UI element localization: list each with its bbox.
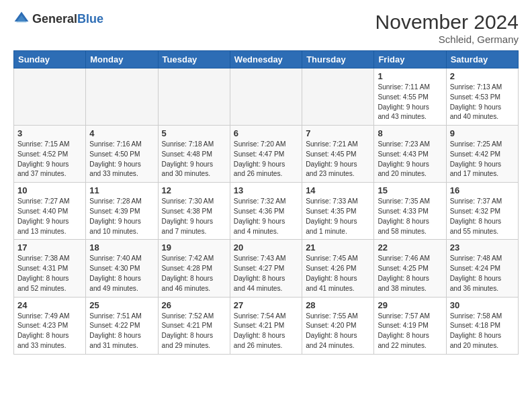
- day-info: Sunrise: 7:27 AM Sunset: 4:40 PM Dayligh…: [17, 197, 82, 236]
- logo: GeneralBlue: [13, 11, 103, 27]
- calendar-cell: 4Sunrise: 7:16 AM Sunset: 4:50 PM Daylig…: [86, 126, 158, 183]
- logo-text: GeneralBlue: [32, 12, 103, 26]
- day-info: Sunrise: 7:42 AM Sunset: 4:28 PM Dayligh…: [162, 254, 226, 293]
- day-number: 8: [378, 128, 442, 138]
- day-info: Sunrise: 7:43 AM Sunset: 4:27 PM Dayligh…: [234, 254, 298, 293]
- day-info: Sunrise: 7:45 AM Sunset: 4:26 PM Dayligh…: [306, 254, 370, 293]
- day-number: 5: [162, 128, 226, 138]
- calendar-cell: 26Sunrise: 7:52 AM Sunset: 4:21 PM Dayli…: [158, 297, 230, 354]
- location: Schleid, Germany: [375, 34, 519, 45]
- calendar-cell: 28Sunrise: 7:55 AM Sunset: 4:20 PM Dayli…: [302, 297, 374, 354]
- day-info: Sunrise: 7:52 AM Sunset: 4:21 PM Dayligh…: [162, 312, 226, 351]
- calendar-cell: [230, 68, 302, 126]
- calendar-week-0: 1Sunrise: 7:11 AM Sunset: 4:55 PM Daylig…: [14, 68, 519, 126]
- calendar-table: Sunday Monday Tuesday Wednesday Thursday…: [13, 50, 519, 355]
- day-number: 14: [306, 185, 370, 195]
- logo-blue: Blue: [77, 12, 103, 26]
- day-number: 15: [378, 185, 442, 195]
- calendar-cell: 27Sunrise: 7:54 AM Sunset: 4:21 PM Dayli…: [230, 297, 302, 354]
- days-of-week-row: Sunday Monday Tuesday Wednesday Thursday…: [14, 51, 519, 68]
- calendar-cell: 23Sunrise: 7:48 AM Sunset: 4:24 PM Dayli…: [446, 240, 518, 297]
- day-number: 7: [306, 128, 370, 138]
- day-number: 29: [378, 300, 442, 310]
- calendar-cell: [86, 68, 158, 126]
- day-number: 28: [306, 300, 370, 310]
- calendar-cell: 30Sunrise: 7:58 AM Sunset: 4:18 PM Dayli…: [446, 297, 518, 354]
- calendar-header: Sunday Monday Tuesday Wednesday Thursday…: [14, 51, 519, 68]
- day-info: Sunrise: 7:28 AM Sunset: 4:39 PM Dayligh…: [89, 197, 154, 236]
- calendar-cell: [302, 68, 374, 126]
- calendar-week-3: 17Sunrise: 7:38 AM Sunset: 4:31 PM Dayli…: [14, 240, 519, 297]
- day-info: Sunrise: 7:48 AM Sunset: 4:24 PM Dayligh…: [450, 254, 515, 293]
- day-info: Sunrise: 7:37 AM Sunset: 4:32 PM Dayligh…: [450, 197, 515, 236]
- calendar-cell: 5Sunrise: 7:18 AM Sunset: 4:48 PM Daylig…: [158, 126, 230, 183]
- logo-general: General: [32, 12, 77, 26]
- col-friday: Friday: [374, 51, 446, 68]
- day-info: Sunrise: 7:18 AM Sunset: 4:48 PM Dayligh…: [162, 140, 226, 179]
- col-tuesday: Tuesday: [158, 51, 230, 68]
- day-info: Sunrise: 7:51 AM Sunset: 4:22 PM Dayligh…: [89, 312, 154, 351]
- calendar-cell: 21Sunrise: 7:45 AM Sunset: 4:26 PM Dayli…: [302, 240, 374, 297]
- day-number: 27: [234, 300, 298, 310]
- day-number: 6: [234, 128, 298, 138]
- calendar-cell: [158, 68, 230, 126]
- calendar-cell: 10Sunrise: 7:27 AM Sunset: 4:40 PM Dayli…: [14, 183, 86, 240]
- day-number: 20: [234, 242, 298, 253]
- day-number: 25: [89, 300, 154, 310]
- day-number: 11: [89, 185, 154, 195]
- title-block: November 2024 Schleid, Germany: [375, 11, 519, 45]
- calendar-body: 1Sunrise: 7:11 AM Sunset: 4:55 PM Daylig…: [14, 68, 519, 355]
- day-number: 4: [89, 128, 154, 138]
- day-info: Sunrise: 7:38 AM Sunset: 4:31 PM Dayligh…: [17, 254, 82, 293]
- day-info: Sunrise: 7:32 AM Sunset: 4:36 PM Dayligh…: [234, 197, 298, 236]
- day-info: Sunrise: 7:15 AM Sunset: 4:52 PM Dayligh…: [17, 140, 82, 179]
- day-info: Sunrise: 7:11 AM Sunset: 4:55 PM Dayligh…: [378, 83, 442, 122]
- day-number: 1: [378, 71, 442, 81]
- day-number: 19: [162, 242, 226, 253]
- day-number: 2: [450, 71, 515, 81]
- day-info: Sunrise: 7:20 AM Sunset: 4:47 PM Dayligh…: [234, 140, 298, 179]
- logo-icon: [13, 11, 30, 27]
- calendar-cell: 19Sunrise: 7:42 AM Sunset: 4:28 PM Dayli…: [158, 240, 230, 297]
- calendar-cell: [14, 68, 86, 126]
- day-number: 23: [450, 242, 515, 253]
- day-info: Sunrise: 7:23 AM Sunset: 4:43 PM Dayligh…: [378, 140, 442, 179]
- day-number: 13: [234, 185, 298, 195]
- day-number: 18: [89, 242, 154, 253]
- calendar-week-1: 3Sunrise: 7:15 AM Sunset: 4:52 PM Daylig…: [14, 126, 519, 183]
- day-info: Sunrise: 7:21 AM Sunset: 4:45 PM Dayligh…: [306, 140, 370, 179]
- calendar-cell: 18Sunrise: 7:40 AM Sunset: 4:30 PM Dayli…: [86, 240, 158, 297]
- day-number: 26: [162, 300, 226, 310]
- day-number: 3: [17, 128, 82, 138]
- calendar-cell: 9Sunrise: 7:25 AM Sunset: 4:42 PM Daylig…: [446, 126, 518, 183]
- calendar-cell: 15Sunrise: 7:35 AM Sunset: 4:33 PM Dayli…: [374, 183, 446, 240]
- calendar-cell: 22Sunrise: 7:46 AM Sunset: 4:25 PM Dayli…: [374, 240, 446, 297]
- col-monday: Monday: [86, 51, 158, 68]
- day-number: 16: [450, 185, 515, 195]
- day-number: 12: [162, 185, 226, 195]
- calendar-cell: 6Sunrise: 7:20 AM Sunset: 4:47 PM Daylig…: [230, 126, 302, 183]
- day-number: 10: [17, 185, 82, 195]
- calendar-cell: 2Sunrise: 7:13 AM Sunset: 4:53 PM Daylig…: [446, 68, 518, 126]
- day-number: 21: [306, 242, 370, 253]
- calendar-cell: 16Sunrise: 7:37 AM Sunset: 4:32 PM Dayli…: [446, 183, 518, 240]
- day-info: Sunrise: 7:49 AM Sunset: 4:23 PM Dayligh…: [17, 312, 82, 351]
- calendar-week-2: 10Sunrise: 7:27 AM Sunset: 4:40 PM Dayli…: [14, 183, 519, 240]
- calendar-week-4: 24Sunrise: 7:49 AM Sunset: 4:23 PM Dayli…: [14, 297, 519, 354]
- day-number: 17: [17, 242, 82, 253]
- calendar-cell: 14Sunrise: 7:33 AM Sunset: 4:35 PM Dayli…: [302, 183, 374, 240]
- calendar-cell: 29Sunrise: 7:57 AM Sunset: 4:19 PM Dayli…: [374, 297, 446, 354]
- day-info: Sunrise: 7:55 AM Sunset: 4:20 PM Dayligh…: [306, 312, 370, 351]
- calendar-cell: 8Sunrise: 7:23 AM Sunset: 4:43 PM Daylig…: [374, 126, 446, 183]
- page: GeneralBlue November 2024 Schleid, Germa…: [0, 0, 532, 411]
- calendar-cell: 20Sunrise: 7:43 AM Sunset: 4:27 PM Dayli…: [230, 240, 302, 297]
- calendar-cell: 24Sunrise: 7:49 AM Sunset: 4:23 PM Dayli…: [14, 297, 86, 354]
- day-info: Sunrise: 7:57 AM Sunset: 4:19 PM Dayligh…: [378, 312, 442, 351]
- calendar-cell: 12Sunrise: 7:30 AM Sunset: 4:38 PM Dayli…: [158, 183, 230, 240]
- day-number: 9: [450, 128, 515, 138]
- calendar-cell: 1Sunrise: 7:11 AM Sunset: 4:55 PM Daylig…: [374, 68, 446, 126]
- day-info: Sunrise: 7:58 AM Sunset: 4:18 PM Dayligh…: [450, 312, 515, 351]
- header: GeneralBlue November 2024 Schleid, Germa…: [13, 11, 519, 45]
- calendar-cell: 11Sunrise: 7:28 AM Sunset: 4:39 PM Dayli…: [86, 183, 158, 240]
- calendar-cell: 3Sunrise: 7:15 AM Sunset: 4:52 PM Daylig…: [14, 126, 86, 183]
